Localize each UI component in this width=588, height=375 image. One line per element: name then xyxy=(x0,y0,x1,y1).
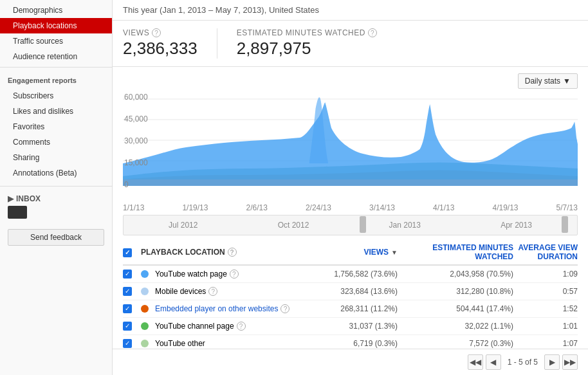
sidebar-item-comments[interactable]: Comments xyxy=(0,134,112,150)
row-views: 31,037 (1.3%) xyxy=(301,322,398,331)
sidebar-item-label: Likes and dislikes xyxy=(13,107,73,116)
minutes-help-icon[interactable]: ? xyxy=(368,28,377,37)
chart-minimap[interactable]: Jul 2012 Oct 2012 Jan 2013 Apr 2013 xyxy=(123,215,578,235)
row-name: YouTube other xyxy=(141,339,301,348)
row-dot xyxy=(141,288,149,295)
x-label: 3/14/13 xyxy=(369,203,395,212)
row-dot xyxy=(141,322,149,330)
sidebar-item-traffic-sources[interactable]: Traffic sources xyxy=(0,33,112,49)
sidebar-item-label: Demographics xyxy=(13,6,62,15)
row-help-icon[interactable]: ? xyxy=(208,287,217,296)
chart-svg xyxy=(123,93,578,189)
x-label: 1/19/13 xyxy=(182,203,208,212)
sidebar-item-favorites[interactable]: Favorites xyxy=(0,119,112,134)
y-axis-labels: 60,000 45,000 30,000 15,000 0 xyxy=(124,93,148,189)
row-checkbox[interactable]: ✓ xyxy=(123,322,132,331)
pagination-row: ◀◀ ◀ 1 - 5 of 5 ▶ ▶▶ xyxy=(113,349,588,375)
col-header-duration: AVERAGE VIEW DURATION xyxy=(513,243,578,262)
page-info: 1 - 5 of 5 xyxy=(504,358,542,367)
row-duration: 1:52 xyxy=(513,304,578,313)
last-page-button[interactable]: ▶▶ xyxy=(562,354,578,370)
x-label: 2/6/13 xyxy=(246,203,267,212)
chart-area: Daily stats ▼ xyxy=(113,67,588,238)
x-label: 4/19/13 xyxy=(492,203,518,212)
row-dot xyxy=(141,270,149,278)
minimap-label: Jul 2012 xyxy=(169,221,198,230)
row-checkbox[interactable]: ✓ xyxy=(123,270,132,279)
daily-stats-label: Daily stats xyxy=(525,77,560,86)
row-minutes: 2,043,958 (70.5%) xyxy=(398,270,513,279)
row-views: 323,684 (13.6%) xyxy=(301,287,398,296)
row-checkbox[interactable]: ✓ xyxy=(123,287,132,296)
sidebar-item-sharing[interactable]: Sharing xyxy=(0,150,112,165)
row-checkbox[interactable]: ✓ xyxy=(123,304,132,313)
first-page-button[interactable]: ◀◀ xyxy=(468,354,483,370)
next-page-button[interactable]: ▶ xyxy=(544,354,560,370)
minutes-stat: ESTIMATED MINUTES WATCHED ? 2,897,975 xyxy=(237,28,396,59)
row-minutes: 312,280 (10.8%) xyxy=(398,287,513,296)
row-duration: 1:09 xyxy=(513,270,578,279)
embedded-player-link[interactable]: Embedded player on other websites xyxy=(155,304,278,313)
col-header-name: PLAYBACK LOCATION ? xyxy=(141,248,301,257)
row-help-icon[interactable]: ? xyxy=(280,304,289,313)
sidebar-item-label: Comments xyxy=(13,138,50,147)
views-stat: VIEWS ? 2,386,333 xyxy=(123,28,217,59)
row-name: YouTube channel page ? xyxy=(141,322,301,331)
row-views: 268,311 (11.2%) xyxy=(301,304,398,313)
minutes-value: 2,897,975 xyxy=(237,39,377,59)
data-table: ✓ PLAYBACK LOCATION ? VIEWS ▼ ESTIMATED … xyxy=(113,238,588,349)
sidebar-item-audience-retention[interactable]: Audience retention xyxy=(0,49,112,64)
minimap-right-handle[interactable] xyxy=(562,216,568,233)
sidebar-item-label: Sharing xyxy=(13,153,39,162)
sidebar-item-label: Audience retention xyxy=(13,52,77,61)
sidebar-item-likes-dislikes[interactable]: Likes and dislikes xyxy=(0,104,112,119)
row-minutes: 32,022 (1.1%) xyxy=(398,322,513,331)
x-label: 2/24/13 xyxy=(306,203,331,212)
views-label: VIEWS ? xyxy=(123,28,198,37)
prev-page-button[interactable]: ◀ xyxy=(486,354,501,370)
row-name: Embedded player on other websites ? xyxy=(141,304,301,313)
sidebar-item-annotations[interactable]: Annotations (Beta) xyxy=(0,165,112,181)
table-row: ✓ YouTube watch page ? 1,756,582 (73.6%)… xyxy=(123,266,578,283)
chart-container[interactable]: 60,000 45,000 30,000 15,000 0 xyxy=(123,93,578,202)
row-help-icon[interactable]: ? xyxy=(230,270,239,279)
table-row: ✓ Mobile devices ? 323,684 (13.6%) 312,2… xyxy=(123,283,578,300)
sidebar-item-label: Annotations (Beta) xyxy=(13,169,77,178)
inbox-label[interactable]: ▶ INBOX xyxy=(8,194,104,203)
dropdown-arrow-icon: ▼ xyxy=(563,77,571,86)
col-header-minutes: ESTIMATED MINUTES WATCHED xyxy=(398,243,513,261)
sidebar-item-label: Favorites xyxy=(13,122,44,131)
row-views: 6,719 (0.3%) xyxy=(301,339,398,348)
playback-location-help-icon[interactable]: ? xyxy=(228,248,237,257)
minimap-labels: Jul 2012 Oct 2012 Jan 2013 Apr 2013 xyxy=(129,221,572,230)
table-row: ✓ YouTube channel page ? 31,037 (1.3%) 3… xyxy=(123,318,578,335)
row-checkbox[interactable]: ✓ xyxy=(123,339,132,348)
x-label: 4/1/13 xyxy=(433,203,454,212)
row-name: YouTube watch page ? xyxy=(141,270,301,279)
daily-stats-button[interactable]: Daily stats ▼ xyxy=(518,73,578,89)
row-views: 1,756,582 (73.6%) xyxy=(301,270,398,279)
select-all-checkbox[interactable]: ✓ xyxy=(123,248,132,257)
row-help-icon[interactable]: ? xyxy=(237,322,246,331)
views-help-icon[interactable]: ? xyxy=(152,28,161,37)
x-label: 1/1/13 xyxy=(123,203,144,212)
date-range-header: This year (Jan 1, 2013 – May 7, 2013), U… xyxy=(113,0,588,21)
sidebar-item-demographics[interactable]: Demographics xyxy=(0,3,112,18)
chart-x-axis: 1/1/13 1/19/13 2/6/13 2/24/13 3/14/13 4/… xyxy=(123,202,578,214)
row-dot xyxy=(141,305,149,313)
row-minutes: 7,572 (0.3%) xyxy=(398,339,513,348)
table-row: ✓ Embedded player on other websites ? 26… xyxy=(123,300,578,318)
minutes-label: ESTIMATED MINUTES WATCHED ? xyxy=(237,28,377,37)
views-value: 2,386,333 xyxy=(123,39,198,59)
row-duration: 1:07 xyxy=(513,339,578,348)
row-name: Mobile devices ? xyxy=(141,287,301,296)
send-feedback-button[interactable]: Send feedback xyxy=(8,229,104,246)
engagement-reports-header: Engagement reports xyxy=(0,73,112,88)
minimap-left-handle[interactable] xyxy=(360,216,366,233)
sidebar-item-subscribers[interactable]: Subscribers xyxy=(0,88,112,104)
main-content: This year (Jan 1, 2013 – May 7, 2013), U… xyxy=(113,0,588,375)
sidebar-item-playback-locations[interactable]: Playback locations xyxy=(0,18,112,33)
row-duration: 0:57 xyxy=(513,287,578,296)
col-header-views[interactable]: VIEWS ▼ xyxy=(301,248,398,257)
sort-arrow-icon: ▼ xyxy=(391,249,398,256)
